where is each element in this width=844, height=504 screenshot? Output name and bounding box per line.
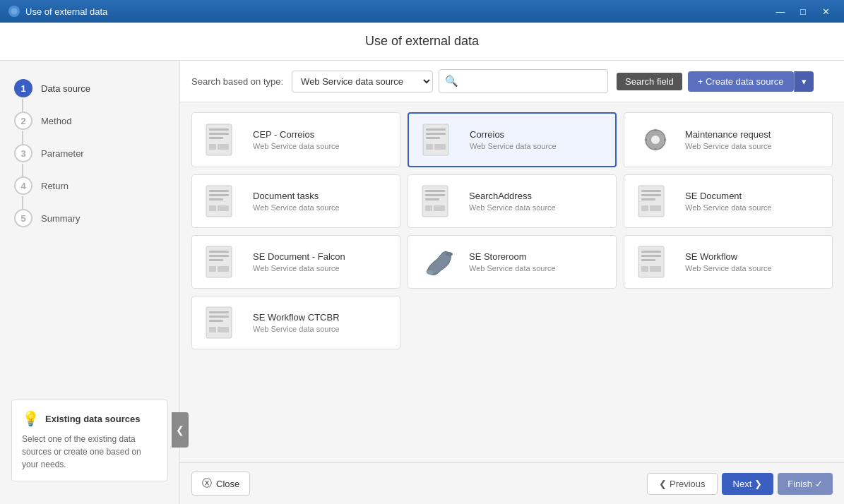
card-info-se-workflow-ctcbr: SE Workflow CTCBR Web Service data sourc… (253, 312, 390, 333)
card-se-document[interactable]: SE Document Web Service data source (624, 174, 833, 228)
card-thumb-cep-correios (202, 122, 244, 157)
card-cep-correios[interactable]: CEP - Correios Web Service data source (191, 112, 400, 167)
search-input[interactable] (461, 76, 602, 87)
finish-check-icon: ✓ (815, 479, 823, 489)
step-circle-2: 2 (14, 112, 32, 130)
step-circle-1: 1 (14, 79, 32, 97)
content-area: 1 Data source 2 Method 3 Parameter 4 Ret… (0, 61, 844, 504)
svg-rect-19 (209, 205, 216, 211)
step-item-2: 2 Method (0, 104, 179, 137)
svg-rect-16 (209, 190, 229, 192)
svg-rect-10 (426, 137, 440, 139)
card-subtitle-search-address: Web Service data source (469, 203, 606, 212)
svg-rect-5 (209, 144, 216, 150)
close-circle-icon: ⓧ (202, 477, 212, 490)
step-label-4: Return (41, 181, 69, 191)
next-label: Next (733, 479, 752, 489)
card-subtitle-se-workflow-ctcbr: Web Service data source (253, 325, 390, 333)
svg-rect-3 (209, 133, 229, 135)
card-title-se-workflow: SE Workflow (685, 251, 822, 262)
data-grid-area: CEP - Correios Web Service data source C… (180, 102, 844, 462)
finish-label: Finish (787, 479, 812, 489)
card-se-workflow-ctcbr[interactable]: SE Workflow CTCBR Web Service data sourc… (191, 296, 400, 349)
svg-rect-29 (641, 194, 661, 196)
next-button[interactable]: Next ❯ (722, 473, 774, 495)
svg-rect-9 (426, 133, 446, 135)
close-button[interactable]: ⓧ Close (191, 472, 250, 496)
step-label-1: Data source (41, 83, 90, 94)
card-title-se-document-falcon: SE Document - Falcon (253, 251, 390, 262)
step-label-2: Method (41, 116, 71, 126)
card-document-tasks[interactable]: Document tasks Web Service data source (191, 174, 400, 228)
svg-rect-43 (641, 255, 661, 257)
minimize-button[interactable]: — (771, 4, 790, 18)
svg-point-0 (11, 8, 18, 15)
close-window-button[interactable]: ✕ (816, 4, 836, 18)
previous-button[interactable]: ❮ Previous (647, 473, 718, 495)
step-circle-3: 3 (14, 144, 32, 162)
finish-button[interactable]: Finish ✓ (778, 473, 833, 495)
card-subtitle-document-tasks: Web Service data source (253, 203, 390, 212)
card-thumb-correios (419, 122, 461, 157)
create-datasource-button[interactable]: + Create data source (688, 71, 794, 92)
hint-text: Select one of the existing data sources … (22, 433, 157, 471)
svg-rect-42 (641, 251, 661, 253)
sidebar: 1 Data source 2 Method 3 Parameter 4 Ret… (0, 61, 180, 504)
card-title-se-workflow-ctcbr: SE Workflow CTCBR (253, 312, 390, 323)
svg-rect-28 (641, 190, 661, 192)
create-datasource-dropdown-button[interactable]: ▾ (794, 71, 814, 92)
step-item-4: 4 Return (0, 169, 179, 202)
card-se-storeroom[interactable]: SE Storeroom Web Service data source (408, 235, 617, 289)
card-info-se-workflow: SE Workflow Web Service data source (685, 251, 822, 272)
card-thumb-maintenance-request (634, 122, 677, 157)
maximize-button[interactable]: □ (793, 4, 813, 18)
window-title: Use of external data (365, 34, 479, 48)
svg-rect-26 (434, 205, 445, 211)
card-subtitle-se-document: Web Service data source (685, 203, 822, 212)
card-thumb-document-tasks (202, 184, 244, 219)
card-title-search-address: SearchAddress (469, 191, 606, 201)
data-grid: CEP - Correios Web Service data source C… (191, 112, 833, 349)
svg-rect-32 (650, 205, 661, 211)
app-icon (8, 6, 20, 17)
card-maintenance-request[interactable]: Maintenance request Web Service data sou… (624, 112, 833, 167)
svg-rect-22 (425, 190, 445, 192)
footer-left: ⓧ Close (191, 472, 250, 496)
card-se-document-falcon[interactable]: SE Document - Falcon Web Service data so… (191, 235, 400, 289)
bulb-icon: 💡 (22, 410, 40, 427)
step-item-5: 5 Summary (0, 202, 179, 234)
search-type-label: Search based on type: (191, 76, 283, 87)
search-field-button[interactable]: Search field (617, 73, 682, 90)
svg-rect-38 (218, 266, 229, 272)
svg-rect-20 (218, 205, 229, 211)
type-select[interactable]: Web Service data sourceREST data sourceD… (292, 71, 433, 92)
svg-rect-2 (209, 128, 229, 131)
svg-point-14 (651, 136, 660, 144)
step-circle-4: 4 (14, 176, 32, 195)
svg-rect-34 (209, 251, 229, 253)
card-info-cep-correios: CEP - Correios Web Service data source (253, 129, 390, 150)
card-thumb-se-document (634, 184, 677, 219)
svg-point-40 (446, 252, 453, 256)
card-correios[interactable]: Correios Web Service data source (408, 112, 617, 167)
card-subtitle-se-document-falcon: Web Service data source (253, 264, 390, 272)
svg-rect-8 (426, 128, 446, 131)
card-thumb-search-address (418, 184, 460, 219)
card-thumb-se-storeroom (418, 244, 460, 280)
card-info-se-document-falcon: SE Document - Falcon Web Service data so… (253, 251, 390, 272)
card-subtitle-se-storeroom: Web Service data source (469, 264, 606, 272)
prev-icon: ❮ (659, 479, 667, 489)
card-search-address[interactable]: SearchAddress Web Service data source (408, 174, 617, 228)
sidebar-collapse-button[interactable]: ❮ (172, 412, 189, 448)
main-panel: Search based on type: Web Service data s… (180, 61, 844, 504)
window-controls: — □ ✕ (771, 4, 836, 18)
card-se-workflow[interactable]: SE Workflow Web Service data source (624, 235, 833, 289)
svg-rect-4 (209, 137, 223, 139)
svg-rect-51 (209, 327, 216, 332)
steps-list: 1 Data source 2 Method 3 Parameter 4 Ret… (0, 72, 179, 388)
card-subtitle-cep-correios: Web Service data source (253, 142, 390, 150)
svg-rect-31 (641, 205, 648, 211)
step-item-3: 3 Parameter (0, 137, 179, 169)
close-label: Close (216, 479, 239, 489)
svg-rect-6 (218, 144, 229, 150)
